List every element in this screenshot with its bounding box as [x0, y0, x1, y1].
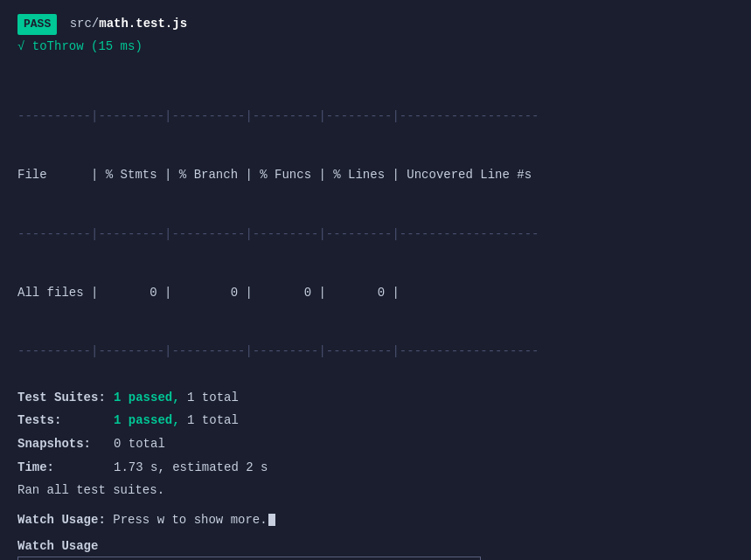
stat-row-suites: Test Suites: 1 passed, 1 total	[17, 386, 734, 410]
top-section: PASS src/math.test.js √ toThrow (15 ms)	[17, 14, 734, 56]
file-path-prefix: src/	[70, 17, 100, 31]
stats-section: Test Suites: 1 passed, 1 total Tests: 1 …	[17, 386, 734, 502]
stat-row-snapshots: Snapshots: 0 total	[17, 432, 734, 456]
coverage-section: ----------|---------|----------|--------…	[17, 68, 734, 381]
suites-passed: 1 passed,	[114, 386, 180, 410]
watch-usage-label: Watch Usage:	[17, 513, 106, 527]
suites-label: Test Suites:	[17, 386, 114, 410]
coverage-header-row: File | % Stmts | % Branch | % Funcs | % …	[17, 165, 734, 184]
tests-label: Tests:	[17, 409, 114, 432]
coverage-sep2: ----------|---------|----------|--------…	[17, 225, 734, 244]
ran-all-text: Ran all test suites.	[17, 479, 164, 502]
coverage-sep3: ----------|---------|----------|--------…	[17, 342, 734, 361]
file-path: src/math.test.js	[70, 17, 187, 31]
watch-usage-text: Press w to show more.	[113, 513, 267, 527]
pass-badge: PASS	[17, 14, 57, 35]
tests-total: 1 total	[187, 409, 239, 432]
cursor-block	[268, 514, 275, 526]
snapshots-label: Snapshots:	[17, 432, 114, 456]
watch-area: Watch Usage: Press w to show more. Watch…	[17, 513, 734, 560]
stat-row-time: Time: 1.73 s, estimated 2 s	[17, 456, 734, 480]
pass-line: PASS src/math.test.js	[17, 14, 734, 35]
stat-row-tests: Tests: 1 passed, 1 total	[17, 409, 734, 432]
test-name-line: √ toThrow (15 ms)	[17, 38, 734, 56]
file-path-main: math.test.js	[99, 17, 187, 31]
watch-menu-title: Watch Usage	[17, 539, 734, 553]
suites-total: 1 total	[187, 386, 239, 410]
snapshots-value: 0 total	[114, 432, 165, 456]
coverage-sep1: ----------|---------|----------|--------…	[17, 107, 734, 126]
watch-menu-section: Watch Usage Press f to run only failed t…	[17, 539, 734, 560]
watch-usage-line: Watch Usage: Press w to show more.	[17, 513, 734, 527]
time-label: Time:	[17, 456, 114, 480]
time-value: 1.73 s, estimated 2 s	[114, 456, 268, 480]
tests-passed: 1 passed,	[114, 409, 180, 432]
watch-menu-box: Press f to run only failed tests. Press …	[17, 557, 481, 560]
coverage-data-row: All files | 0 | 0 | 0 | 0 |	[17, 283, 734, 302]
stat-row-ran-all: Ran all test suites.	[17, 479, 734, 502]
